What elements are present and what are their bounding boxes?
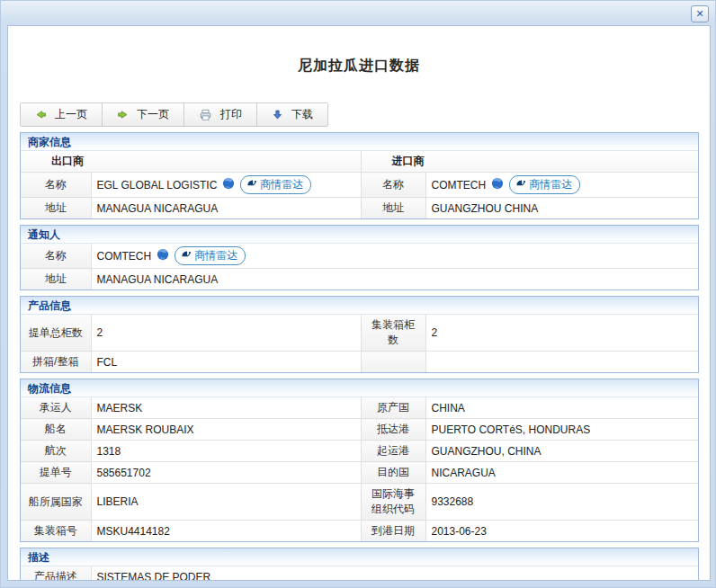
field-label: 名称 [21,173,91,198]
field-value [425,352,698,373]
badge-label: 商情雷达 [260,177,303,192]
field-value: MSKU4414182 [91,521,361,542]
download-label: 下载 [291,107,313,122]
field-label: 地址 [361,198,425,219]
field-label: 产品描述 [21,566,91,581]
field-value: 9332688 [425,484,698,521]
field-label: 拼箱/整箱 [21,352,91,373]
table-row: 航次 1318 起运港 GUANGZHOU, CHINA [21,441,698,462]
field-value: 2013-06-23 [425,521,698,542]
prev-page-label: 上一页 [55,107,87,122]
badge-label: 商情雷达 [194,248,237,263]
importer-header: 进口商 [361,151,698,173]
field-label: 名称 [21,244,91,269]
field-label: 船所属国家 [21,484,91,521]
field-label [361,352,425,373]
table-row: 集装箱号 MSKU4414182 到港日期 2013-06-23 [21,521,698,542]
description-table: 产品描述 SISTEMAS DE PODER [21,566,698,581]
section-product-info: 产品信息 提单总柜数 2 集装箱柜数 2 拼箱/整箱 FCL [20,296,699,373]
section-header: 描述 [21,548,698,566]
table-row: 提单总柜数 2 集装箱柜数 2 [21,315,698,352]
field-value: CHINA [425,397,698,419]
field-label: 地址 [21,269,91,290]
field-value: EGL GLOBAL LOGISTIC 商情雷达 [91,173,361,198]
table-row: 拼箱/整箱 FCL [21,352,698,373]
table-row: 承运人 MAERSK 原产国 CHINA [21,397,698,419]
field-value: LIBERIA [91,484,361,521]
dialog-window: ✕ 尼加拉瓜进口数据 上一页 下一页 打印 下载 商家信息 [0,0,716,588]
field-label: 航次 [21,441,91,462]
field-value: 2 [91,315,361,352]
toolbar: 上一页 下一页 打印 下载 [20,102,328,127]
download-button[interactable]: 下载 [257,103,327,126]
table-row: 提单号 585651702 目的国 NICARAGUA [21,462,698,484]
field-value: NICARAGUA [425,462,698,484]
prev-page-button[interactable]: 上一页 [21,103,103,126]
field-label: 地址 [21,198,91,219]
globe-icon[interactable] [157,248,169,263]
exporter-header: 出口商 [21,151,361,173]
business-radar-badge[interactable]: 商情雷达 [509,175,580,194]
field-value: COMTECH 商情雷达 [425,173,698,198]
badge-label: 商情雷达 [529,177,572,192]
printer-icon [199,109,212,121]
section-description: 描述 产品描述 SISTEMAS DE PODER [20,548,699,581]
page-title: 尼加拉瓜进口数据 [8,57,710,76]
field-label: 国际海事组织代码 [361,484,425,521]
field-value: FCL [91,352,361,373]
dialog-content: 尼加拉瓜进口数据 上一页 下一页 打印 下载 商家信息 [7,25,711,581]
business-radar-badge[interactable]: 商情雷达 [175,246,246,265]
field-label: 目的国 [361,462,425,484]
field-value: 2 [425,315,698,352]
product-table: 提单总柜数 2 集装箱柜数 2 拼箱/整箱 FCL [21,315,698,372]
table-row: 地址 MANAGUA NICARAGUA 地址 GUANGZHOU CHINA [21,198,698,219]
table-row: 地址 MANAGUA NICARAGUA [21,269,698,290]
arrow-left-icon [35,109,47,120]
globe-icon[interactable] [222,177,235,192]
table-row: 船所属国家 LIBERIA 国际海事组织代码 9332688 [21,484,698,521]
exporter-address: MANAGUA NICARAGUA [91,198,361,219]
field-label: 集装箱柜数 [361,315,425,352]
table-row: 产品描述 SISTEMAS DE PODER [21,566,698,581]
business-radar-badge[interactable]: 商情雷达 [240,175,311,194]
logistics-table: 承运人 MAERSK 原产国 CHINA 船名 MAERSK ROUBAIX 抵… [21,397,698,541]
table-row: 名称 COMTECH 商情雷达 [21,244,698,269]
section-header: 商家信息 [21,133,698,151]
merchant-table: 出口商 进口商 名称 EGL GLOBAL LOGISTIC 商情雷达 [21,151,698,218]
notify-address: MANAGUA NICARAGUA [91,269,698,290]
satellite-dish-icon [515,178,526,192]
print-label: 打印 [220,107,242,122]
section-header: 产品信息 [21,297,698,315]
print-button[interactable]: 打印 [184,103,257,126]
table-row: 出口商 进口商 [21,151,698,173]
field-label: 起运港 [361,441,425,462]
importer-address: GUANGZHOU CHINA [425,198,698,219]
field-value: GUANGZHOU, CHINA [425,441,698,462]
close-icon[interactable]: ✕ [691,5,709,22]
section-notify-party: 通知人 名称 COMTECH 商情雷达 [20,225,699,290]
notify-table: 名称 COMTECH 商情雷达 地址 MAN [21,244,698,290]
table-row: 船名 MAERSK ROUBAIX 抵达港 PUERTO CORTéS, HON… [21,419,698,441]
field-value: COMTECH 商情雷达 [91,244,698,269]
field-label: 提单号 [21,462,91,484]
field-value: MAERSK [91,397,361,419]
satellite-dish-icon [180,249,192,263]
field-value: 1318 [91,441,361,462]
field-value: 585651702 [91,462,361,484]
section-merchant-info: 商家信息 出口商 进口商 名称 EGL GLOBAL LOGISTIC [20,132,699,219]
section-header: 物流信息 [21,379,698,397]
field-label: 提单总柜数 [21,315,91,352]
field-label: 到港日期 [361,521,425,542]
section-header: 通知人 [21,226,698,244]
notify-name: COMTECH [97,250,152,263]
arrow-right-icon [117,109,129,120]
field-value: MAERSK ROUBAIX [91,419,361,441]
field-label: 名称 [361,173,425,198]
field-label: 承运人 [21,397,91,419]
arrow-down-icon [272,109,283,120]
next-page-button[interactable]: 下一页 [103,103,184,126]
globe-icon[interactable] [491,177,504,192]
next-page-label: 下一页 [137,107,169,122]
exporter-name: EGL GLOBAL LOGISTIC [97,179,218,192]
field-label: 原产国 [361,397,425,419]
